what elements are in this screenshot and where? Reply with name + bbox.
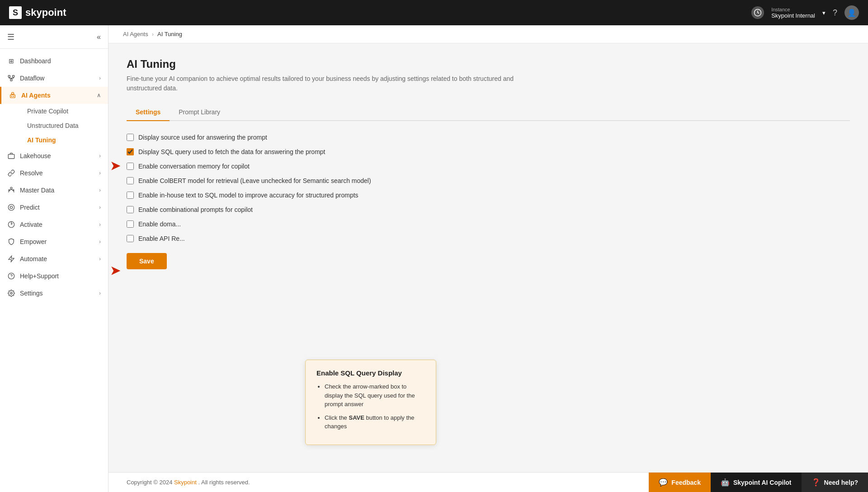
hamburger-icon[interactable]: ☰	[7, 32, 14, 42]
navbar: S skypoint Instance Skypoint Internal ▾ …	[0, 0, 868, 25]
sidebar-item-lakehouse[interactable]: Lakehouse ›	[0, 147, 108, 164]
sidebar-item-label: Settings	[20, 290, 94, 297]
checkbox-label-3: Enable conversation memory for copilot	[138, 163, 250, 170]
breadcrumb-current: AI Tuning	[157, 31, 182, 37]
sidebar-item-label: AI Agents	[21, 92, 92, 99]
sidebar-item-label: Dataflow	[20, 75, 94, 82]
checkbox-api[interactable]	[127, 235, 134, 242]
checkbox-combinational[interactable]	[127, 206, 134, 213]
chevron-down-icon: ›	[99, 256, 101, 262]
content-area: AI Tuning Fine-tune your AI companion to…	[108, 43, 868, 472]
sidebar-item-label: Resolve	[20, 169, 94, 177]
need-help-icon: ❓	[811, 478, 821, 487]
checkbox-row-8: Enable API Re...	[127, 235, 850, 242]
checkbox-colbert[interactable]	[127, 177, 134, 184]
breadcrumb-parent[interactable]: AI Agents	[123, 31, 148, 37]
layout: ☰ « ⊞ Dashboard Dataflow › AI Agents	[0, 25, 868, 492]
activate-icon	[7, 220, 15, 229]
help-button[interactable]: ?	[833, 8, 837, 18]
tab-prompt-library[interactable]: Prompt Library	[170, 104, 229, 121]
sidebar-item-label: Dashboard	[20, 57, 101, 65]
lakehouse-icon	[7, 152, 15, 160]
svg-point-6	[13, 96, 14, 96]
instance-info: Instance Skypoint Internal	[771, 7, 815, 19]
red-arrow-icon: ➤	[110, 159, 120, 173]
app-logo: S skypoint	[9, 6, 66, 19]
checkbox-row-3: Enable conversation memory for copilot	[127, 163, 850, 170]
tooltip-item-2: Click the SAVE button to apply the chang…	[325, 413, 425, 431]
tab-settings[interactable]: Settings	[127, 104, 170, 121]
chevron-down-icon: ›	[99, 290, 101, 296]
page-title: AI Tuning	[127, 58, 850, 70]
chevron-down-icon: ›	[99, 187, 101, 193]
svg-marker-13	[9, 256, 14, 262]
instance-dropdown-button[interactable]: ▾	[822, 9, 826, 16]
checkbox-inhouse-text[interactable]	[127, 192, 134, 199]
sidebar-item-label: Help+Support	[20, 272, 101, 280]
chevron-down-icon: ›	[99, 239, 101, 245]
master-data-icon	[7, 186, 15, 194]
checkbox-row-5: Enable in-house text to SQL model to imp…	[127, 192, 850, 199]
sidebar-item-resolve[interactable]: Resolve ›	[0, 164, 108, 182]
checkbox-domain[interactable]	[127, 220, 134, 228]
feedback-button[interactable]: 💬 Feedback	[649, 473, 711, 492]
need-help-button[interactable]: ❓ Need help?	[802, 473, 868, 492]
copilot-button[interactable]: 🤖 Skypoint AI Copilot	[711, 473, 802, 492]
instance-label: Instance	[771, 7, 815, 12]
checkbox-display-sql[interactable]	[127, 148, 134, 155]
collapse-sidebar-button[interactable]: «	[97, 33, 101, 41]
navbar-left: S skypoint	[9, 6, 66, 19]
sidebar-item-dashboard[interactable]: ⊞ Dashboard	[0, 52, 108, 70]
breadcrumb-separator: ›	[152, 31, 154, 37]
checkbox-row-1: Display source used for answering the pr…	[127, 134, 850, 141]
sidebar-item-private-copilot[interactable]: Private Copilot	[20, 104, 108, 118]
svg-point-16	[10, 292, 12, 294]
help-support-icon	[7, 272, 15, 280]
chevron-down-icon: ›	[99, 204, 101, 211]
sidebar-item-ai-agents[interactable]: AI Agents ∧	[0, 87, 108, 104]
save-button[interactable]: Save	[127, 253, 167, 269]
sidebar-item-empower[interactable]: Empower ›	[0, 233, 108, 250]
avatar[interactable]: 👤	[844, 5, 859, 20]
settings-form: Display source used for answering the pr…	[127, 134, 850, 269]
copilot-icon: 🤖	[721, 478, 730, 487]
sidebar-item-unstructured-data[interactable]: Unstructured Data	[20, 118, 108, 133]
sidebar-item-predict[interactable]: Predict ›	[0, 199, 108, 216]
navbar-right: Instance Skypoint Internal ▾ ? 👤	[751, 5, 859, 20]
predict-icon	[7, 203, 15, 211]
ai-agents-icon	[9, 91, 17, 99]
sidebar-item-label: Empower	[20, 238, 94, 245]
sidebar-item-automate[interactable]: Automate ›	[0, 250, 108, 267]
logo-icon: S	[9, 6, 22, 19]
arrow-indicator-checkbox: ➤	[110, 159, 120, 173]
sidebar-item-settings[interactable]: Settings ›	[0, 285, 108, 302]
sidebar-item-label: Activate	[20, 221, 94, 228]
sidebar-item-help-support[interactable]: Help+Support	[0, 267, 108, 285]
sidebar-subnav-ai-agents: Private Copilot Unstructured Data AI Tun…	[0, 104, 108, 147]
chevron-up-icon: ∧	[97, 92, 101, 98]
copilot-label: Skypoint AI Copilot	[733, 479, 792, 486]
checkbox-display-source[interactable]	[127, 134, 134, 141]
empower-icon	[7, 238, 15, 246]
checkbox-row-6: Enable combinational prompts for copilot	[127, 206, 850, 213]
sidebar-item-label: Master Data	[20, 187, 94, 194]
checkbox-label-2: Display SQL query used to fetch the data…	[138, 148, 326, 155]
sidebar-item-master-data[interactable]: Master Data ›	[0, 182, 108, 199]
footer-link[interactable]: Skypoint	[174, 479, 197, 486]
settings-form-wrapper: ➤ ➤ Display source used for answering th…	[127, 134, 850, 269]
svg-rect-3	[10, 79, 12, 81]
tooltip-title: Enable SQL Query Display	[316, 369, 425, 377]
sidebar-item-dataflow[interactable]: Dataflow ›	[0, 70, 108, 87]
feedback-label: Feedback	[671, 479, 701, 486]
bottom-action-bar: 💬 Feedback 🤖 Skypoint AI Copilot ❓ Need …	[649, 473, 868, 492]
svg-rect-4	[10, 95, 15, 98]
sidebar-item-activate[interactable]: Activate ›	[0, 216, 108, 233]
need-help-label: Need help?	[824, 479, 858, 486]
instance-name: Skypoint Internal	[771, 12, 815, 19]
checkbox-label-6: Enable combinational prompts for copilot	[138, 206, 253, 213]
chevron-down-icon: ›	[99, 170, 101, 176]
app-name: skypoint	[25, 7, 66, 19]
checkbox-conversation-memory[interactable]	[127, 163, 134, 170]
sidebar-item-ai-tuning[interactable]: AI Tuning	[20, 133, 108, 147]
checkbox-label-4: Enable ColBERT model for retrieval (Leav…	[138, 177, 371, 184]
